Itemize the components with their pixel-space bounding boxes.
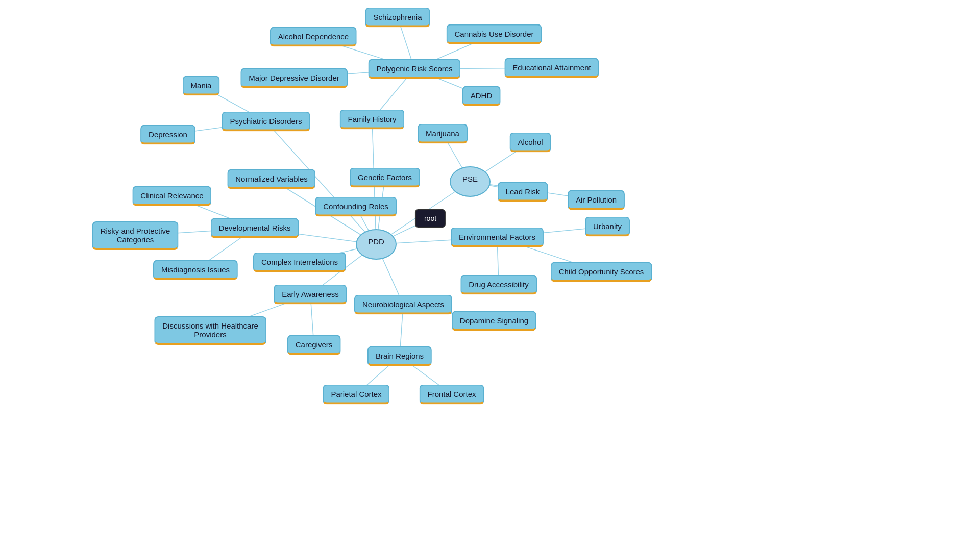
node-genetic_factors[interactable]: Genetic Factors — [350, 168, 420, 188]
node-complex_interrelations[interactable]: Complex Interrelations — [253, 253, 346, 272]
node-psychiatric_disorders[interactable]: Psychiatric Disorders — [222, 112, 310, 132]
node-air_pollution[interactable]: Air Pollution — [568, 190, 625, 210]
node-alcohol[interactable]: Alcohol — [509, 133, 551, 153]
node-cannabis_use_disorder[interactable]: Cannabis Use Disorder — [446, 24, 542, 44]
node-parietal_cortex[interactable]: Parietal Cortex — [323, 385, 389, 405]
node-clinical_relevance[interactable]: Clinical Relevance — [132, 186, 211, 206]
node-developmental_risks[interactable]: Developmental Risks — [211, 218, 299, 238]
node-drug_accessibility[interactable]: Drug Accessibility — [460, 275, 537, 295]
node-adhd[interactable]: ADHD — [462, 86, 501, 106]
node-lead_risk[interactable]: Lead Risk — [498, 182, 548, 202]
node-confounding_roles[interactable]: Confounding Roles — [315, 197, 397, 217]
node-alcohol_dependence[interactable]: Alcohol Dependence — [270, 27, 357, 47]
node-misdiagnosis_issues[interactable]: Misdiagnosis Issues — [153, 260, 238, 280]
node-pdd[interactable]: PDD — [356, 229, 397, 260]
node-early_awareness[interactable]: Early Awareness — [274, 285, 347, 305]
node-dopamine_signaling[interactable]: Dopamine Signaling — [452, 311, 536, 331]
node-brain_regions[interactable]: Brain Regions — [368, 346, 432, 366]
node-mania[interactable]: Mania — [183, 76, 220, 96]
node-family_history[interactable]: Family History — [339, 110, 404, 130]
node-environmental_factors[interactable]: Environmental Factors — [451, 228, 544, 247]
mind-map-canvas: rootPDDPSESchizophreniaAlcohol Dependenc… — [0, 0, 980, 551]
node-urbanity[interactable]: Urbanity — [585, 217, 630, 237]
node-discussions_healthcare[interactable]: Discussions with HealthcareProviders — [154, 316, 266, 345]
node-caregivers[interactable]: Caregivers — [287, 335, 341, 355]
node-neurobiological_aspects[interactable]: Neurobiological Aspects — [354, 295, 452, 315]
node-frontal_cortex[interactable]: Frontal Cortex — [419, 385, 484, 405]
node-child_opportunity_scores[interactable]: Child Opportunity Scores — [551, 262, 652, 282]
node-educational_attainment[interactable]: Educational Attainment — [504, 58, 599, 78]
node-pse[interactable]: PSE — [450, 166, 491, 197]
node-marijuana[interactable]: Marijuana — [418, 124, 468, 144]
node-root[interactable]: root — [415, 209, 446, 228]
node-depression[interactable]: Depression — [140, 125, 195, 145]
node-major_depressive_disorder[interactable]: Major Depressive Disorder — [240, 68, 348, 88]
node-polygenic_risk_scores[interactable]: Polygenic Risk Scores — [368, 59, 460, 79]
node-normalized_variables[interactable]: Normalized Variables — [227, 169, 315, 189]
node-schizophrenia[interactable]: Schizophrenia — [365, 8, 430, 28]
node-risky_protective[interactable]: Risky and ProtectiveCategories — [92, 221, 179, 250]
